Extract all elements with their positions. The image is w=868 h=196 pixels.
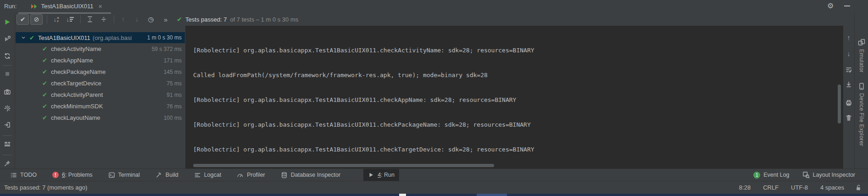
printer-icon	[845, 99, 852, 106]
tab-profiler[interactable]: Profiler	[232, 169, 270, 181]
auto-refresh-icon	[4, 52, 11, 60]
bottom-edge-highlight	[399, 194, 406, 196]
test-row[interactable]: ✔ checkActivityParent 91 ms	[16, 89, 185, 101]
next-occurrence-button[interactable]: ↓	[131, 14, 143, 25]
test-tree: ✔ TestA1BasicUIX011 (org.aplas.basi 1 m …	[16, 26, 185, 168]
tab-database-inspector[interactable]: Database Inspector	[276, 169, 345, 181]
tests-passed-count: Tests passed: 7	[185, 16, 227, 23]
tab-terminal[interactable]: Terminal	[104, 169, 145, 181]
test-row[interactable]: ✔ checkLayoutName 100 ms	[16, 112, 185, 123]
up-arrow-icon: ↑	[847, 34, 851, 41]
event-log-button[interactable]: 1 Event Log	[749, 169, 794, 181]
close-tab-icon[interactable]: ×	[98, 3, 102, 10]
hide-tool-window-icon[interactable]	[844, 6, 850, 6]
bottom-edge-highlight	[477, 194, 507, 196]
show-passed-button[interactable]: ✔	[17, 14, 29, 25]
emulator-icon	[858, 39, 865, 46]
run-status: ✔ Tests passed: 7 of 7 tests – 1 m 0 s 3…	[177, 16, 298, 23]
test-passed-icon: ✔	[42, 80, 47, 87]
down-arrow-icon: ↓	[847, 50, 851, 57]
test-row[interactable]: ✔ checkAppName 171 ms	[16, 55, 185, 66]
vertical-scrollbar-thumb[interactable]	[838, 84, 841, 123]
tab-todo[interactable]: TODO	[6, 169, 41, 181]
tab-build[interactable]: Build	[151, 169, 183, 181]
read-only-toggle[interactable]	[855, 184, 862, 191]
sort-alphabetically-button[interactable]: ↓ az	[50, 14, 62, 25]
toolbar-overflow-chevron-icon[interactable]: »	[164, 16, 167, 23]
console-line: [Robolectric] org.aplas.basicappx.TestA1…	[193, 45, 843, 56]
tab-run[interactable]: 4: Run	[363, 169, 399, 181]
previous-occurrence-button[interactable]: ↑	[117, 14, 129, 25]
test-duration: 59 s 372 ms	[152, 46, 182, 52]
camera-icon	[4, 88, 11, 95]
toggle-auto-test-button[interactable]	[2, 51, 13, 61]
test-duration: 91 ms	[167, 92, 182, 98]
console-line: [Robolectric] org.aplas.basicappx.TestA1…	[193, 119, 843, 130]
screen-capture-button[interactable]	[2, 87, 13, 96]
import-test-results-button[interactable]	[2, 120, 13, 130]
print-button[interactable]	[844, 98, 854, 107]
down-stacktrace-button[interactable]: ↓	[844, 49, 854, 58]
toolbar-separator	[80, 15, 81, 23]
device-file-explorer-icon	[858, 83, 865, 90]
scroll-to-end-button[interactable]	[844, 80, 854, 89]
window-bottom-edge	[0, 194, 868, 196]
down-arrow-icon: ↓	[135, 16, 139, 23]
encoding-widget[interactable]: UTF-8	[791, 184, 808, 191]
horizontal-scrollbar-thumb[interactable]	[193, 164, 494, 167]
console-output[interactable]: [Robolectric] org.aplas.basicappx.TestA1…	[185, 26, 843, 168]
run-config-tab[interactable]: TestA1BasicUIX011 ×	[26, 0, 106, 12]
profiler-gauge-icon	[237, 172, 244, 179]
test-name: checkActivityName	[51, 45, 101, 52]
test-suite-package: (org.aplas.basi	[93, 34, 132, 41]
rerun-button[interactable]	[2, 17, 13, 27]
collapse-all-icon	[100, 16, 107, 23]
clear-all-button[interactable]	[844, 113, 854, 122]
layout-inspector-icon	[802, 171, 810, 179]
expand-all-button[interactable]	[83, 14, 96, 25]
run-play-icon	[368, 172, 374, 178]
stop-button[interactable]	[2, 69, 13, 78]
expand-all-icon	[86, 16, 94, 23]
sort-by-duration-button[interactable]: ↓	[64, 14, 76, 25]
test-name: checkPackageName	[51, 68, 106, 75]
pin-tab-button[interactable]	[2, 159, 13, 168]
tab-logcat[interactable]: Logcat	[189, 169, 226, 181]
slash-circle-icon: ⊘	[34, 16, 39, 23]
test-passed-icon: ✔	[42, 45, 47, 52]
test-row[interactable]: ✔ checkPackageName 145 ms	[16, 66, 185, 78]
rerun-failed-tests-button[interactable]	[2, 34, 13, 44]
screen-record-button[interactable]	[2, 104, 13, 113]
test-tree-root-row[interactable]: ✔ TestA1BasicUIX011 (org.aplas.basi 1 m …	[16, 32, 185, 43]
stripe-label: Device File Explorer	[858, 93, 865, 146]
test-history-button[interactable]: ◷	[145, 14, 157, 25]
test-row[interactable]: ✔ checkActivityName 59 s 372 ms	[16, 43, 185, 55]
indent-widget[interactable]: 4 spaces	[820, 184, 844, 191]
chevron-down-icon[interactable]	[21, 35, 26, 40]
status-message: Tests passed: 7 (moments ago)	[4, 184, 87, 191]
console-line: [Robolectric] org.aplas.basicappx.TestA1…	[193, 95, 843, 106]
layout-inspector-button[interactable]: Layout Inspector	[798, 169, 860, 181]
problems-error-icon: !	[52, 172, 59, 178]
restore-layout-button[interactable]	[2, 140, 13, 149]
test-name: checkAppName	[51, 57, 93, 64]
settings-gear-icon[interactable]: ⚙	[827, 1, 834, 10]
stripe-item-device-file-explorer[interactable]: Device File Explorer	[858, 83, 865, 146]
logcat-icon	[194, 172, 201, 179]
sort-alpha-icon: ↓ az	[54, 16, 59, 23]
soft-wrap-button[interactable]	[844, 65, 854, 74]
database-icon	[281, 172, 288, 179]
tab-problems[interactable]: ! 6: Problems	[48, 169, 97, 181]
test-row[interactable]: ✔ checkTargetDevice 75 ms	[16, 78, 185, 89]
up-stacktrace-button[interactable]: ↑	[844, 33, 854, 42]
toolbar-separator	[114, 15, 114, 23]
show-ignored-button[interactable]: ⊘	[30, 14, 43, 25]
cursor-position-widget[interactable]: 8:28	[739, 184, 751, 191]
test-passed-icon: ✔	[42, 68, 47, 75]
toolbar-separator	[3, 155, 12, 155]
test-row[interactable]: ✔ checkMinimumSDK 76 ms	[16, 101, 185, 112]
test-passed-icon: ✔	[42, 103, 47, 110]
line-separator-widget[interactable]: CRLF	[763, 184, 779, 191]
collapse-all-button[interactable]	[97, 14, 110, 25]
stripe-item-emulator[interactable]: Emulator	[858, 39, 865, 73]
